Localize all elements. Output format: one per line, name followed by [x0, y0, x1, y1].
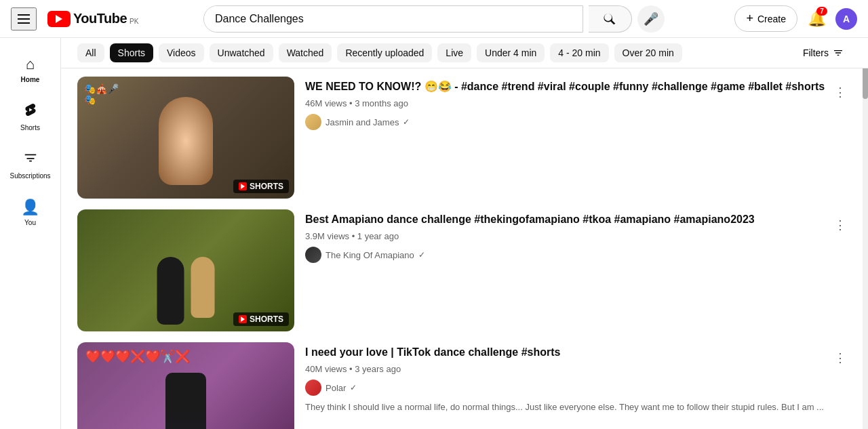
- chip-over-20-min[interactable]: Over 20 min: [614, 43, 682, 62]
- video-title-3[interactable]: I need your love | TikTok dance challeng…: [305, 345, 852, 360]
- create-button[interactable]: + Create: [734, 5, 797, 32]
- sidebar-item-subscriptions[interactable]: Subscriptions: [0, 141, 60, 189]
- video-meta-3: 40M views • 3 years ago: [305, 364, 852, 374]
- verified-icon-1: ✓: [403, 117, 410, 127]
- create-label: Create: [757, 14, 786, 24]
- subscriptions-icon: [23, 150, 38, 169]
- filters-label: Filters: [803, 47, 829, 58]
- header: YouTube PK 🎤 + Create 🔔 7 A: [0, 0, 868, 38]
- header-right: + Create 🔔 7 A: [722, 5, 857, 33]
- filter-bar: All Shorts Videos Unwatched Watched Rece…: [61, 38, 868, 68]
- main-content: All Shorts Videos Unwatched Watched Rece…: [61, 38, 868, 429]
- filter-icon: [833, 47, 844, 58]
- youtube-logo-icon: [47, 11, 71, 27]
- header-left: YouTube PK: [11, 7, 146, 30]
- shorts-badge-2: SHORTS: [233, 312, 289, 326]
- video-description-3: They think I should live a normal life, …: [305, 401, 852, 413]
- channel-row-3: Polar ✓: [305, 380, 852, 396]
- search-input[interactable]: [204, 6, 583, 32]
- sidebar: ⌂ Home Shorts Subscriptions 👤 You: [0, 38, 61, 429]
- chip-unwatched[interactable]: Unwatched: [210, 43, 273, 62]
- more-options-2[interactable]: ⋮: [829, 212, 852, 238]
- chip-recently-uploaded[interactable]: Recently uploaded: [337, 43, 432, 62]
- sidebar-item-shorts[interactable]: Shorts: [0, 93, 60, 141]
- video-item: ❤️❤️❤️❌❤️✂️❌ I need your love | TikTok d…: [77, 342, 852, 429]
- channel-avatar-3: [305, 380, 321, 396]
- chip-all[interactable]: All: [77, 43, 104, 62]
- shorts-badge-1: SHORTS: [233, 180, 289, 193]
- figure-light-2: [191, 257, 215, 318]
- sidebar-item-you-label: You: [24, 219, 36, 226]
- emoji-overlay-1: 🎭🎪🎤🎭: [84, 83, 125, 105]
- create-plus-icon: +: [746, 12, 753, 26]
- figures-2: [157, 257, 215, 325]
- shorts-badge-icon-1: [239, 182, 247, 190]
- sidebar-item-you[interactable]: 👤 You: [0, 189, 60, 236]
- sidebar-item-subscriptions-label: Subscriptions: [9, 172, 50, 180]
- channel-avatar-2: [305, 247, 321, 263]
- shorts-badge-text-1: SHORTS: [250, 182, 283, 191]
- chip-4-20-min[interactable]: 4 - 20 min: [550, 43, 608, 62]
- video-item: SHORTS Best Amapiano dance challenge #th…: [77, 209, 852, 331]
- logo-country: PK: [130, 18, 138, 25]
- shorts-badge-text-2: SHORTS: [250, 314, 283, 324]
- chip-videos[interactable]: Videos: [159, 43, 204, 62]
- verified-icon-2: ✓: [418, 250, 425, 260]
- chip-live[interactable]: Live: [437, 43, 471, 62]
- more-options-3[interactable]: ⋮: [829, 345, 852, 371]
- home-icon: ⌂: [26, 56, 35, 73]
- you-icon: 👤: [21, 199, 39, 216]
- figure-dark-2: [157, 257, 184, 325]
- verified-icon-3: ✓: [350, 383, 357, 392]
- search-button[interactable]: [589, 5, 632, 33]
- video-info-2: Best Amapiano dance challenge #thekingof…: [305, 209, 852, 331]
- sidebar-item-home-label: Home: [21, 76, 40, 83]
- filters-button[interactable]: Filters: [795, 43, 852, 62]
- figure-3: [165, 373, 206, 429]
- video-list: 🎭🎪🎤🎭 SHORTS WE NEED TO KNOW!? 😁😂 - #danc…: [61, 68, 868, 429]
- figure-1: [159, 97, 213, 185]
- video-title-2[interactable]: Best Amapiano dance challenge #thekingof…: [305, 212, 852, 227]
- more-options-1[interactable]: ⋮: [829, 79, 852, 105]
- channel-avatar-1: [305, 114, 321, 130]
- thumbnail-2[interactable]: SHORTS: [77, 209, 294, 331]
- shorts-icon: [23, 102, 38, 121]
- chip-under-4-min[interactable]: Under 4 min: [477, 43, 545, 62]
- thumbnail-3[interactable]: ❤️❤️❤️❌❤️✂️❌: [77, 342, 294, 429]
- mic-button[interactable]: 🎤: [637, 5, 665, 33]
- menu-button[interactable]: [11, 7, 37, 30]
- video-item: 🎭🎪🎤🎭 SHORTS WE NEED TO KNOW!? 😁😂 - #danc…: [77, 77, 852, 199]
- shorts-badge-icon-2: [239, 315, 247, 323]
- channel-row-1: Jasmin and James ✓: [305, 114, 852, 130]
- channel-name-3[interactable]: Polar: [326, 383, 346, 393]
- notification-badge: 7: [816, 7, 827, 16]
- video-meta-1: 46M views • 3 months ago: [305, 98, 852, 108]
- sidebar-item-shorts-label: Shorts: [20, 124, 40, 131]
- sidebar-item-home[interactable]: ⌂ Home: [0, 46, 60, 93]
- notifications-button[interactable]: 🔔 7: [803, 5, 830, 33]
- avatar[interactable]: A: [835, 8, 857, 30]
- video-meta-2: 3.9M views • 1 year ago: [305, 231, 852, 241]
- video-info-1: WE NEED TO KNOW!? 😁😂 - #dance #trend #vi…: [305, 77, 852, 199]
- header-center: 🎤: [146, 5, 722, 33]
- scrollbar-track[interactable]: [863, 38, 868, 429]
- youtube-logo[interactable]: YouTube PK: [47, 11, 138, 27]
- chip-watched[interactable]: Watched: [279, 43, 332, 62]
- channel-row-2: The King Of Amapiano ✓: [305, 247, 852, 263]
- video-info-3: I need your love | TikTok dance challeng…: [305, 342, 852, 429]
- hearts-overlay: ❤️❤️❤️❌❤️✂️❌: [85, 349, 190, 364]
- logo-text: YouTube: [73, 11, 127, 26]
- search-icon: [604, 12, 617, 26]
- channel-name-2[interactable]: The King Of Amapiano: [326, 250, 414, 260]
- avatar-initial: A: [843, 14, 850, 24]
- search-bar: [203, 5, 583, 33]
- video-title-1[interactable]: WE NEED TO KNOW!? 😁😂 - #dance #trend #vi…: [305, 79, 852, 94]
- thumbnail-1[interactable]: 🎭🎪🎤🎭 SHORTS: [77, 77, 294, 199]
- channel-name-1[interactable]: Jasmin and James: [326, 117, 399, 127]
- chip-shorts[interactable]: Shorts: [110, 43, 153, 62]
